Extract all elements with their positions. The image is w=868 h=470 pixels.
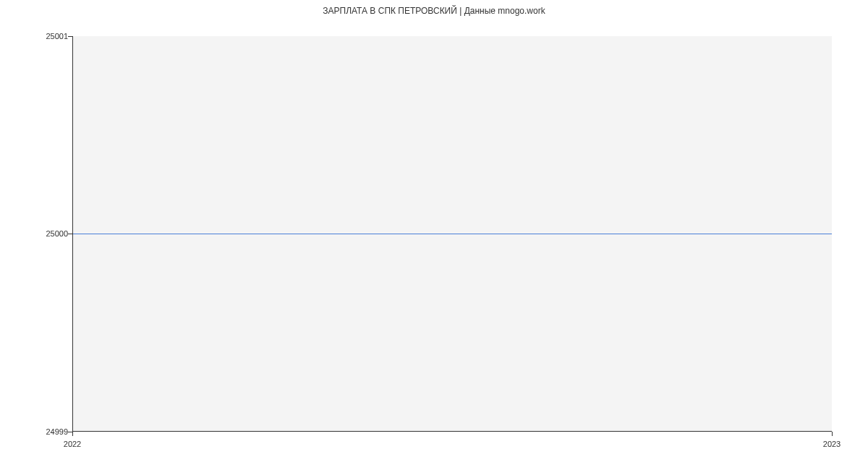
- y-tick-label: 25000: [46, 229, 68, 238]
- x-tick: [832, 432, 833, 436]
- series-line: [73, 234, 832, 234]
- chart-title: ЗАРПЛАТА В СПК ПЕТРОВСКИЙ | Данные mnogo…: [0, 6, 868, 16]
- y-tick: [68, 234, 72, 234]
- x-tick: [72, 432, 73, 436]
- y-tick-label: 24999: [46, 427, 68, 436]
- y-tick-label: 25001: [46, 32, 68, 40]
- plot-area: [72, 36, 832, 432]
- x-tick-label: 2023: [823, 440, 841, 448]
- y-tick: [68, 36, 72, 37]
- x-tick-label: 2022: [64, 440, 81, 448]
